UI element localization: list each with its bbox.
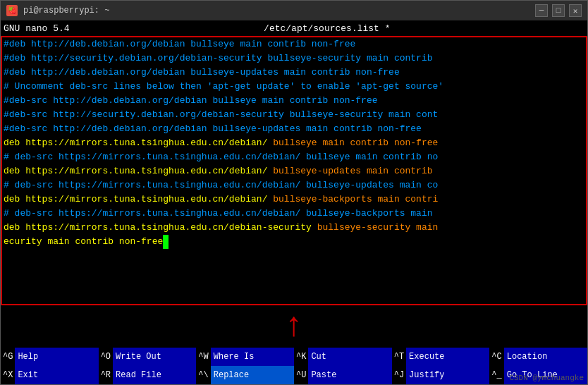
- editor-line: deb https://mirrors.tuna.tsinghua.edu.cn…: [2, 221, 586, 235]
- shortcut-key: ^C: [489, 352, 503, 362]
- shortcut-key: ^U: [294, 370, 308, 380]
- shortcut-paste[interactable]: ^U Paste: [294, 366, 392, 384]
- shortcut-row-1: ^G Help ^O Write Out ^W Where Is ^K Cut …: [1, 348, 587, 366]
- shortcut-key: ^R: [99, 370, 113, 380]
- editor-line: #deb-src http://security.debian.org/debi…: [2, 108, 586, 122]
- window-title: pi@raspberrypi: ~: [23, 6, 529, 16]
- shortcut-key: ^_: [489, 370, 503, 380]
- shortcut-label: Location: [504, 348, 587, 366]
- editor-line: #deb http://deb.debian.org/debian bullse…: [2, 66, 586, 80]
- shortcut-key: ^J: [392, 370, 406, 380]
- shortcut-key: ^G: [1, 352, 15, 362]
- shortcut-writeout[interactable]: ^O Write Out: [99, 348, 197, 366]
- shortcut-label: Where Is: [211, 348, 294, 366]
- nano-editor: GNU nano 5.4 /etc/apt/sources.list * #de…: [1, 20, 587, 384]
- editor-content[interactable]: #deb http://deb.debian.org/debian bullse…: [1, 36, 587, 305]
- shortcut-label: Execute: [406, 348, 489, 366]
- shortcut-justify[interactable]: ^J Justify: [392, 366, 490, 384]
- shortcut-key: ^\: [196, 370, 210, 380]
- shortcut-label: Replace: [211, 366, 294, 384]
- editor-line: [2, 263, 586, 277]
- app-icon: 🍓: [6, 5, 18, 16]
- shortcut-key: ^K: [294, 352, 308, 362]
- shortcut-key: ^X: [1, 370, 15, 380]
- up-arrow-icon: ↑: [284, 310, 305, 343]
- shortcut-replace[interactable]: ^\ Replace: [196, 366, 294, 384]
- shortcut-cut[interactable]: ^K Cut: [294, 348, 392, 366]
- editor-line: #deb-src http://deb.debian.org/debian bu…: [2, 94, 586, 108]
- close-button[interactable]: ✕: [569, 4, 582, 17]
- shortcut-location[interactable]: ^C Location: [489, 348, 587, 366]
- maximize-button[interactable]: □: [552, 4, 565, 17]
- text-cursor: [163, 235, 169, 249]
- nano-header: GNU nano 5.4 /etc/apt/sources.list *: [1, 20, 587, 36]
- shortcut-label: Cut: [308, 348, 391, 366]
- editor-line: # deb-src https://mirrors.tuna.tsinghua.…: [2, 207, 586, 221]
- editor-line: #deb-src http://deb.debian.org/debian bu…: [2, 122, 586, 136]
- shortcut-label: Exit: [15, 366, 98, 384]
- shortcut-label: Write Out: [113, 348, 196, 366]
- nano-filename: /etc/apt/sources.list *: [70, 23, 584, 34]
- shortcut-row-2: ^X Exit ^R Read File ^\ Replace ^U Paste…: [1, 366, 587, 384]
- editor-line: [2, 249, 586, 263]
- shortcut-exit[interactable]: ^X Exit: [1, 366, 99, 384]
- editor-line: # deb-src https://mirrors.tuna.tsinghua.…: [2, 150, 586, 164]
- editor-line: # deb-src https://mirrors.tuna.tsinghua.…: [2, 178, 586, 192]
- shortcut-key: ^W: [196, 352, 210, 362]
- minimize-button[interactable]: ─: [535, 4, 548, 17]
- shortcut-label: Paste: [308, 366, 391, 384]
- editor-line: #deb http://security.debian.org/debian-s…: [2, 51, 586, 66]
- shortcut-label: Help: [15, 348, 98, 366]
- editor-line: # Uncomment deb-src lines below then 'ap…: [2, 80, 586, 94]
- title-bar: 🍓 pi@raspberrypi: ~ ─ □ ✕: [1, 1, 587, 20]
- editor-line: deb https://mirrors.tuna.tsinghua.edu.cn…: [2, 164, 586, 178]
- watermark: CSDN @ymchuangke: [509, 374, 584, 382]
- arrow-section: ↑: [1, 305, 587, 348]
- editor-line: #deb http://deb.debian.org/debian bullse…: [2, 37, 586, 51]
- nano-version: GNU nano 5.4: [4, 23, 70, 34]
- shortcut-label: Justify: [406, 366, 489, 384]
- editor-line: deb https://mirrors.tuna.tsinghua.edu.cn…: [2, 192, 586, 207]
- terminal-window: 🍓 pi@raspberrypi: ~ ─ □ ✕ GNU nano 5.4 /…: [0, 0, 588, 385]
- editor-line: deb https://mirrors.tuna.tsinghua.edu.cn…: [2, 136, 586, 150]
- editor-line-cursor: ecurity main contrib non-free: [2, 235, 586, 249]
- shortcut-key: ^O: [99, 352, 113, 362]
- shortcut-whereis[interactable]: ^W Where Is: [196, 348, 294, 366]
- shortcut-key: ^T: [392, 352, 406, 362]
- shortcut-readfile[interactable]: ^R Read File: [99, 366, 197, 384]
- shortcut-bar: ^G Help ^O Write Out ^W Where Is ^K Cut …: [1, 348, 587, 384]
- shortcut-label: Read File: [113, 366, 196, 384]
- shortcut-execute[interactable]: ^T Execute: [392, 348, 490, 366]
- shortcut-help[interactable]: ^G Help: [1, 348, 99, 366]
- window-controls: ─ □ ✕: [535, 4, 582, 17]
